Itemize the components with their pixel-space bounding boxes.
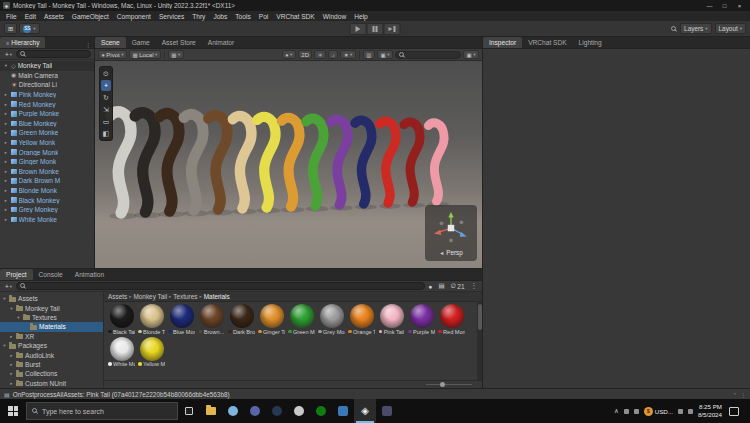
foldout-arrow-icon[interactable]: ▾	[2, 343, 7, 348]
asset-material-white-mon[interactable]: White Mon...	[108, 337, 135, 368]
taskbar-clock[interactable]: 8:25 PM 8/5/2024	[698, 403, 722, 419]
foldout-arrow-icon[interactable]: ▸	[3, 178, 9, 183]
scene-object-blonde-tail[interactable]	[233, 116, 252, 209]
scene-lighting-toggle[interactable]: ☀	[314, 50, 326, 59]
tray-volume-icon[interactable]	[678, 409, 683, 414]
folder-item-monkey-tail[interactable]: ▾Monkey Tail	[0, 303, 103, 312]
folder-item-materials[interactable]: Materials	[0, 322, 103, 331]
perspective-toggle[interactable]: ◄ Persp	[439, 249, 462, 256]
local-toggle[interactable]: ▦ Local ▾	[129, 50, 161, 59]
view-tool[interactable]: ⊙	[101, 68, 111, 79]
foldout-arrow-icon[interactable]: ▸	[3, 150, 9, 155]
close-button[interactable]: ×	[732, 0, 747, 11]
folder-item-xr[interactable]: ▸XR	[0, 332, 103, 341]
assets-scrollbar[interactable]	[477, 302, 482, 380]
asset-material-purple-mo[interactable]: Purple Mo...	[408, 304, 435, 335]
hierarchy-item-ginger-monk[interactable]: ▸Ginger Monk	[0, 157, 94, 167]
hierarchy-item-blue-monkey[interactable]: ▸Blue Monkey	[0, 119, 94, 129]
grid-icon[interactable]: ⊞	[4, 23, 17, 34]
search-by-type-button[interactable]: ●	[427, 282, 435, 290]
foldout-arrow-icon[interactable]: ▸	[3, 198, 9, 203]
menu-file[interactable]: File	[2, 13, 21, 20]
scene-object-white-tail[interactable]	[111, 112, 131, 213]
scene-object-ginger-tail[interactable]	[282, 118, 300, 207]
hierarchy-item-black-monkey[interactable]: ▸Black Monkey	[0, 195, 94, 205]
folder-item-textures[interactable]: ▾Textures	[0, 313, 103, 322]
scene-viewport[interactable]: ⊙+↻⇲▭◧ ◄	[95, 61, 482, 268]
hierarchy-item-dark-brown-m[interactable]: ▸Dark Brown M	[0, 176, 94, 186]
project-search-input[interactable]	[16, 282, 424, 290]
scene-object-dark-red-tail[interactable]	[404, 122, 420, 202]
menu-services[interactable]: Services	[155, 13, 188, 20]
folder-item-collections[interactable]: ▸Collections	[0, 369, 103, 378]
transform-tool[interactable]: ◧	[101, 128, 111, 139]
search-icon[interactable]	[671, 26, 677, 32]
hierarchy-item-purple-monke[interactable]: ▸Purple Monke	[0, 109, 94, 119]
hidden-objects-toggle[interactable]: ▥	[363, 50, 375, 59]
breadcrumb-assets[interactable]: Assets	[108, 293, 127, 300]
hierarchy-item-directional-li[interactable]: ☀Directional Li	[0, 80, 94, 90]
foldout-arrow-icon[interactable]: ▾	[2, 296, 7, 301]
minimize-button[interactable]: —	[702, 0, 717, 11]
tray-status-icon[interactable]	[624, 409, 629, 414]
foldout-arrow-icon[interactable]: ▾	[9, 306, 14, 311]
menu-thry[interactable]: Thry	[188, 13, 209, 20]
2d-toggle[interactable]: 2D	[298, 50, 313, 59]
scene-audio-toggle[interactable]: ♪	[328, 50, 338, 59]
scene-object-black-tail[interactable]	[135, 113, 155, 213]
tab-hierarchy[interactable]: ≡ Hierarchy	[0, 37, 45, 48]
foldout-arrow-icon[interactable]: ▾	[3, 63, 9, 68]
move-tool[interactable]: +	[101, 80, 111, 91]
breadcrumb-materials[interactable]: Materials	[204, 293, 230, 300]
asset-material-orange-tail[interactable]: Orange Tail	[348, 304, 375, 335]
news-widget[interactable]: $ USD...	[644, 407, 673, 416]
taskbar-app-file-explorer[interactable]	[200, 399, 222, 423]
activity-indicator-icon[interactable]: ◔	[732, 391, 736, 398]
breadcrumb-monkey-tail[interactable]: Monkey Tail	[133, 293, 167, 300]
asset-material-blonde-tail[interactable]: Blonde Tail	[138, 304, 165, 335]
foldout-arrow-icon[interactable]: ▸	[3, 169, 9, 174]
scene-object-pink-tail[interactable]	[428, 123, 444, 202]
taskbar-app-unity[interactable]: ◈	[354, 399, 376, 423]
play-button[interactable]	[350, 23, 367, 35]
tab-inspector[interactable]: Inspector	[483, 37, 522, 48]
folder-item-packages[interactable]: ▾Packages	[0, 341, 103, 350]
hierarchy-search-input[interactable]	[16, 50, 91, 58]
hierarchy-item-grey-monkey[interactable]: ▸Grey Monkey	[0, 205, 94, 215]
folder-item-custom-nunit[interactable]: ▸Custom NUnit	[0, 379, 103, 388]
scene-effects-dropdown[interactable]: ★ ▾	[340, 50, 356, 59]
asset-material-brown[interactable]: Brown...	[198, 304, 225, 335]
maximize-button[interactable]: □	[717, 0, 732, 11]
taskbar-app-steam[interactable]	[266, 399, 288, 423]
asset-material-ginger-tail[interactable]: Ginger Tail	[258, 304, 285, 335]
hierarchy-item-red-monkey[interactable]: ▸Red Monkey	[0, 99, 94, 109]
panel-menu-icon[interactable]: ⋮	[740, 391, 746, 398]
slider-knob[interactable]	[440, 382, 445, 387]
asset-material-yellow-mon[interactable]: Yellow Mon...	[138, 337, 165, 368]
tray-network-icon[interactable]	[634, 409, 639, 414]
tab-animator[interactable]: Animator	[202, 37, 240, 48]
grid-visibility-dropdown[interactable]: ▦ ▾	[168, 50, 184, 59]
tab-scene[interactable]: Scene	[95, 37, 126, 48]
account-button[interactable]: SS ▾	[19, 23, 39, 34]
foldout-arrow-icon[interactable]: ▸	[3, 159, 9, 164]
scene-object-red-tail[interactable]	[380, 121, 396, 203]
menu-gameobject[interactable]: GameObject	[68, 13, 113, 20]
foldout-arrow-icon[interactable]: ▾	[16, 315, 21, 320]
start-button[interactable]	[0, 399, 26, 423]
hierarchy-item-pink-monkey[interactable]: ▸Pink Monkey	[0, 90, 94, 100]
hierarchy-scene-header[interactable]: ▾◇Monkey Tail	[0, 61, 94, 71]
foldout-arrow-icon[interactable]: ▸	[3, 207, 9, 212]
gizmos-dropdown[interactable]: ▣ ▾	[463, 50, 479, 59]
tab-vrchat-sdk[interactable]: VRChat SDK	[522, 37, 572, 48]
hierarchy-item-brown-monke[interactable]: ▸Brown Monke	[0, 167, 94, 177]
scene-object-brown-tail[interactable]	[208, 115, 227, 209]
hidden-packages-count[interactable]: ∅ 21	[449, 282, 467, 290]
folder-item-assets[interactable]: ▾Assets	[0, 294, 103, 303]
layout-dropdown[interactable]: Layout ▾	[715, 23, 746, 34]
hierarchy-item-green-monke[interactable]: ▸Green Monke	[0, 128, 94, 138]
taskbar-app-vscode[interactable]	[332, 399, 354, 423]
step-button[interactable]	[384, 23, 401, 35]
scrollbar-thumb[interactable]	[478, 304, 482, 330]
foldout-arrow-icon[interactable]: ▸	[3, 140, 9, 145]
